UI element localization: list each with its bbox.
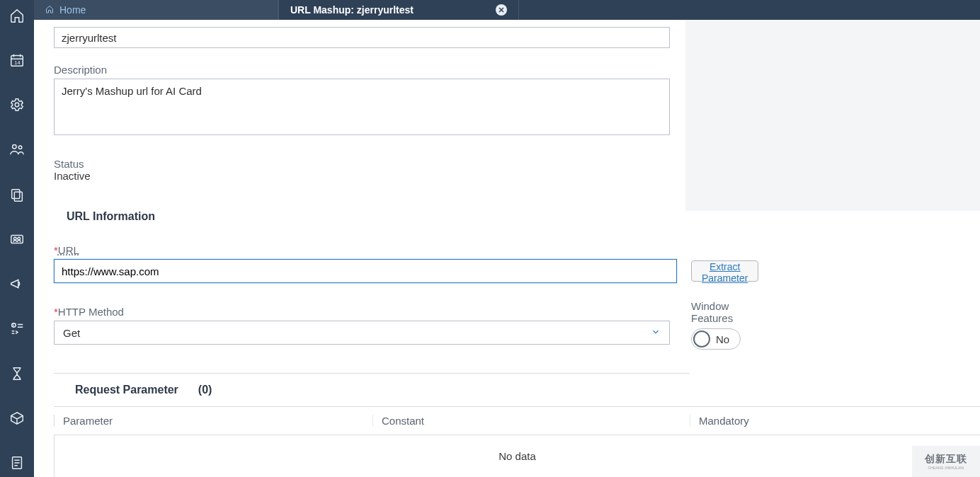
svg-rect-5 xyxy=(12,189,20,198)
url-input[interactable] xyxy=(54,259,677,283)
home-icon xyxy=(45,4,54,16)
status-value: Inactive xyxy=(54,170,690,182)
nav-report-icon[interactable] xyxy=(0,449,34,477)
right-gutter-panel xyxy=(685,20,980,211)
request-parameter-title: Request Parameter xyxy=(75,384,178,396)
nav-group-icon[interactable] xyxy=(0,225,34,253)
nav-copy-icon[interactable] xyxy=(0,180,34,208)
main-area: Home URL Mashup: zjerryurltest zjerryurl… xyxy=(34,0,980,477)
svg-point-2 xyxy=(15,103,19,107)
svg-text:14: 14 xyxy=(14,59,20,65)
request-parameter-section: Request Parameter (0) Parameter Constant… xyxy=(54,373,690,477)
col-parameter: Parameter xyxy=(54,415,372,427)
nav-calendar-icon[interactable]: 14 xyxy=(0,46,34,74)
tab-bar: Home URL Mashup: zjerryurltest xyxy=(34,0,980,20)
description-label: Description xyxy=(54,64,690,76)
http-method-select[interactable]: Get xyxy=(54,321,670,345)
request-parameter-count: (0) xyxy=(198,384,212,396)
url-info-title: URL Information xyxy=(67,210,690,223)
window-features-toggle[interactable]: No xyxy=(691,328,741,350)
url-label: *URL xyxy=(54,244,690,256)
tab-active-label: URL Mashup: zjerryurltest xyxy=(290,4,414,16)
col-mandatory: Mandatory xyxy=(690,415,980,427)
svg-rect-6 xyxy=(14,192,22,201)
nav-settings-icon[interactable] xyxy=(0,91,34,119)
chevron-down-icon xyxy=(651,327,661,339)
watermark-text-main: 创新互联 xyxy=(925,453,967,466)
nav-people-icon[interactable] xyxy=(0,136,34,163)
content: zjerryurltest Description Status Inactiv… xyxy=(34,20,980,477)
request-parameter-header: Request Parameter (0) xyxy=(54,374,690,406)
tab-home-label: Home xyxy=(59,4,86,16)
nav-megaphone-icon[interactable] xyxy=(0,270,34,298)
parameter-table-header: Parameter Constant Mandatory xyxy=(54,407,980,435)
nav-home-icon[interactable] xyxy=(0,1,34,29)
nav-package-icon[interactable] xyxy=(0,404,34,432)
tab-home[interactable]: Home xyxy=(34,0,278,20)
status-label: Status xyxy=(54,158,690,170)
form-area: zjerryurltest Description Status Inactiv… xyxy=(54,20,690,477)
description-textarea[interactable] xyxy=(54,79,670,135)
nav-money-list-icon[interactable]: $ xyxy=(0,315,34,343)
parameter-table-empty: No data xyxy=(54,435,980,477)
tab-url-mashup[interactable]: URL Mashup: zjerryurltest xyxy=(278,0,519,20)
svg-rect-7 xyxy=(11,235,23,243)
parameter-table: Parameter Constant Mandatory No data xyxy=(54,406,980,477)
svg-point-4 xyxy=(18,146,22,149)
close-icon[interactable] xyxy=(496,4,507,16)
http-method-label: *HTTP Method xyxy=(54,306,690,318)
name-input-value: zjerryurltest xyxy=(62,32,117,44)
name-input[interactable]: zjerryurltest xyxy=(54,27,670,48)
extract-parameter-button[interactable]: Extract Parameter xyxy=(691,260,758,282)
window-features-value: No xyxy=(716,333,729,345)
no-data-label: No data xyxy=(498,450,536,462)
window-features-label: Window Features xyxy=(691,300,741,324)
watermark-text-sub: CHUANG XINHULIAN xyxy=(928,466,964,469)
nav-hourglass-icon[interactable] xyxy=(0,360,34,387)
window-features-group: Window Features No xyxy=(691,300,741,350)
svg-point-9 xyxy=(18,237,21,240)
watermark-logo: 创新互联 CHUANG XINHULIAN xyxy=(912,446,980,477)
toggle-knob xyxy=(693,331,710,347)
http-method-value: Get xyxy=(63,327,80,339)
left-navbar: 14 $ xyxy=(0,0,34,477)
svg-point-8 xyxy=(13,237,16,240)
col-constant: Constant xyxy=(372,415,690,427)
svg-point-3 xyxy=(13,145,16,149)
